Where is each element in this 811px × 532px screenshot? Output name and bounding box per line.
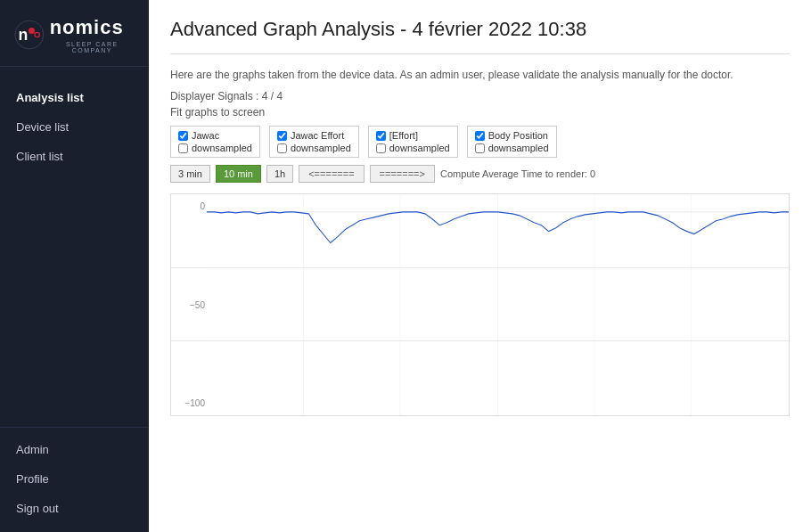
svg-text:n: n xyxy=(18,26,28,44)
jawac-effort-main-label: Jawac Effort xyxy=(291,130,344,141)
sidebar-item-sign-out[interactable]: Sign out xyxy=(0,494,149,523)
description-text: Here are the graphs taken from the devic… xyxy=(170,69,790,81)
checkbox-group-jawac: Jawac downsampled xyxy=(170,126,260,158)
nomics-logo-icon: n xyxy=(14,18,45,52)
jawac-main-checkbox[interactable]: Jawac xyxy=(178,130,252,141)
sidebar: n nomics SLEEP CARE COMPANY Analysis lis… xyxy=(0,0,149,532)
body-position-main-checkbox[interactable]: Body Position xyxy=(475,130,549,141)
jawac-sub-checkbox[interactable]: downsampled xyxy=(178,143,252,153)
fit-graphs-label: Fit graphs to screen xyxy=(170,106,790,119)
effort-main-label: [Effort] xyxy=(389,130,418,141)
jawac-effort-main-checkbox[interactable]: Jawac Effort xyxy=(277,130,351,141)
body-position-sub-input[interactable] xyxy=(475,143,485,153)
body-position-sub-checkbox[interactable]: downsampled xyxy=(475,143,549,153)
jawac-effort-main-input[interactable] xyxy=(277,131,287,141)
sidebar-item-analysis-list[interactable]: Analysis list xyxy=(0,83,149,112)
sidebar-item-profile[interactable]: Profile xyxy=(0,464,149,494)
time-btn-3min[interactable]: 3 min xyxy=(170,165,210,183)
checkbox-group-effort: [Effort] downsampled xyxy=(368,126,458,158)
svg-point-2 xyxy=(29,28,35,34)
sidebar-item-admin[interactable]: Admin xyxy=(0,435,149,464)
main-content: Advanced Graph Analysis - 4 février 2022… xyxy=(149,0,811,532)
body-position-main-label: Body Position xyxy=(488,130,548,141)
jawac-main-label: Jawac xyxy=(192,130,219,141)
y-label-50: −50 xyxy=(173,300,205,310)
nav-btn-prev[interactable]: <======= xyxy=(299,165,364,183)
logo-text: nomics xyxy=(50,16,135,39)
jawac-sub-input[interactable] xyxy=(178,143,188,153)
jawac-main-input[interactable] xyxy=(178,131,188,141)
nav-bottom: Admin Profile Sign out xyxy=(0,427,149,532)
time-btn-1h[interactable]: 1h xyxy=(266,165,293,183)
checkbox-group-body-position: Body Position downsampled xyxy=(467,126,557,158)
signals-label: Displayer Signals : 4 / 4 xyxy=(170,90,790,102)
graph-svg xyxy=(207,194,789,415)
effort-sub-input[interactable] xyxy=(376,143,386,153)
checkboxes-row: Jawac downsampled Jawac Effort downsampl… xyxy=(170,126,790,158)
effort-sub-checkbox[interactable]: downsampled xyxy=(376,143,450,153)
effort-sub-label: downsampled xyxy=(389,143,450,153)
body-position-sub-label: downsampled xyxy=(488,143,549,153)
nav-main: Analysis list Device list Client list xyxy=(0,67,149,427)
sidebar-item-device-list[interactable]: Device list xyxy=(0,112,149,142)
checkbox-group-jawac-effort: Jawac Effort downsampled xyxy=(269,126,359,158)
logo-sub: SLEEP CARE COMPANY xyxy=(50,41,135,53)
page-title: Advanced Graph Analysis - 4 février 2022… xyxy=(170,18,790,54)
jawac-effort-sub-checkbox[interactable]: downsampled xyxy=(277,143,351,153)
sidebar-item-client-list[interactable]: Client list xyxy=(0,142,149,171)
jawac-effort-sub-input[interactable] xyxy=(277,143,287,153)
time-controls: 3 min 10 min 1h <======= =======> Comput… xyxy=(170,165,790,183)
effort-main-input[interactable] xyxy=(376,131,386,141)
compute-text: Compute Average Time to render: 0 xyxy=(440,168,595,179)
graph-area: 0 −50 −100 xyxy=(170,193,790,416)
effort-main-checkbox[interactable]: [Effort] xyxy=(376,130,450,141)
y-label-0: 0 xyxy=(173,201,205,211)
y-label-100: −100 xyxy=(173,398,205,408)
jawac-sub-label: downsampled xyxy=(192,143,252,153)
jawac-effort-sub-label: downsampled xyxy=(291,143,351,153)
y-axis: 0 −50 −100 xyxy=(171,194,207,415)
logo-area: n nomics SLEEP CARE COMPANY xyxy=(0,0,149,67)
time-btn-10min[interactable]: 10 min xyxy=(216,165,261,183)
nav-btn-next[interactable]: =======> xyxy=(370,165,435,183)
body-position-main-input[interactable] xyxy=(475,131,485,141)
